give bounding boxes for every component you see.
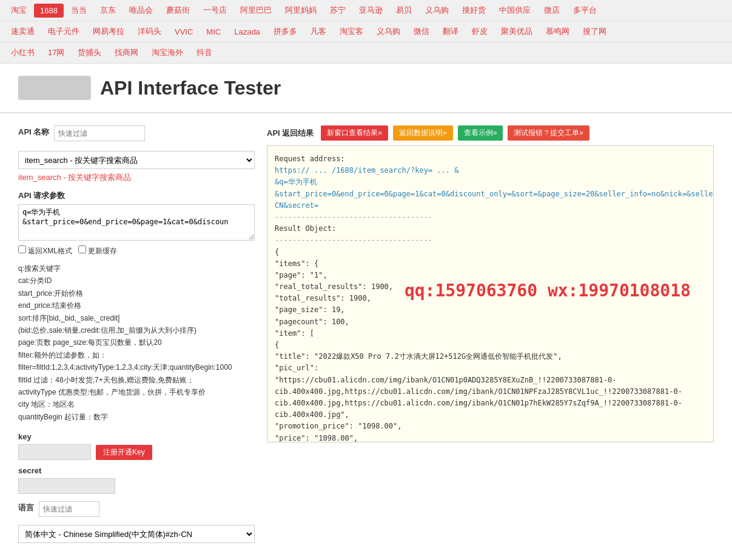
param-desc-line: filter:额外的过滤参数，如： (18, 349, 255, 361)
result-line: "pagecount": 100, (275, 316, 706, 328)
param-desc-line: (bid:总价,sale:销量,credit:信用,加_前缀为从大到小排序) (18, 324, 255, 336)
right-panel: API 返回结果 新窗口查看结果» 返回数据说明» 查看示例» 测试报错？提交工… (267, 125, 714, 543)
nav-item-阿里巴巴[interactable]: 阿里巴巴 (234, 2, 278, 18)
nav-item-搜好货[interactable]: 搜好货 (456, 2, 492, 18)
nav-row-3: 小红书17网货捕头找商网淘宝海外抖音 (0, 42, 732, 63)
nav-item-网易考拉[interactable]: 网易考拉 (87, 24, 130, 39)
footer: CSDN @wx_1597063760 (0, 555, 732, 560)
nav-item-苏宁[interactable]: 苏宁 (324, 2, 352, 18)
nav-item-阿里妈妈[interactable]: 阿里妈妈 (279, 2, 323, 18)
nav-item-VVIC[interactable]: VVIC (169, 25, 199, 39)
nav-item-拼多多[interactable]: 拼多多 (267, 24, 303, 39)
xml-checkbox-text: 返回XML格式 (28, 247, 72, 255)
nav-item-搜了网[interactable]: 搜了网 (577, 24, 613, 39)
secret-label: secret (18, 466, 255, 475)
key-label: key (18, 432, 255, 441)
result-line: "item": [ (275, 328, 706, 339)
param-desc-line: page:页数 page_size:每页宝贝数量，默认20 (18, 336, 255, 348)
nav-item-凡客[interactable]: 凡客 (304, 24, 332, 39)
xml-checkbox[interactable] (18, 245, 26, 253)
nav-item-一号店[interactable]: 一号店 (197, 2, 233, 18)
nav-row-2: 速卖通电子元件网易考拉洋码头VVICMICLazada拼多多凡客淘宝客义乌购微信… (0, 21, 732, 42)
refresh-checkbox[interactable] (78, 245, 86, 253)
nav-item-17网[interactable]: 17网 (42, 45, 70, 61)
nav-item-1688[interactable]: 1688 (34, 4, 64, 18)
nav-item-虾皮[interactable]: 虾皮 (466, 24, 494, 39)
result-line: "real_total_results": 1900, (275, 281, 706, 293)
nav-item-淘宝[interactable]: 淘宝 (5, 2, 33, 18)
nav-row-1: 淘宝1688当当京东唯品会蘑菇街一号店阿里巴巴阿里妈妈苏宁亚马逊易贝义乌购搜好货… (0, 0, 732, 21)
result-box[interactable]: qq:1597063760 wx:19970108018 Request add… (267, 145, 714, 442)
logo (18, 76, 91, 100)
key-input[interactable] (18, 444, 91, 460)
result-line: Result Object: (275, 223, 706, 235)
param-desc-line: cat:分类ID (18, 275, 255, 287)
api-link[interactable]: item_search - 按关键字搜索商品 (18, 172, 255, 183)
nav-item-速卖通[interactable]: 速卖通 (5, 24, 41, 39)
result-line: "page_size": 19, (275, 304, 706, 316)
result-line: ------------------------------------ (275, 212, 706, 223)
nav-item-货捕头[interactable]: 货捕头 (72, 45, 107, 61)
param-desc-line: activityType 优惠类型:包邮，产地货源，伙拼，手机专享价 (18, 386, 255, 398)
lang-filter[interactable] (39, 501, 99, 517)
lang-section: 语言 简体中文 - Chinese Simplified(中文简体)#zh-CN (18, 501, 255, 543)
result-line: "promotion_price": "1098.00", (275, 421, 706, 432)
result-header: API 返回结果 新窗口查看结果» 返回数据说明» 查看示例» 测试报错？提交工… (267, 125, 714, 141)
result-line: { (275, 339, 706, 351)
refresh-checkbox-text: 更新缓存 (88, 247, 117, 255)
result-line: "https://cbu01.alicdn.com/img/ibank/O1CN… (275, 375, 706, 421)
new-window-button[interactable]: 新窗口查看结果» (321, 125, 388, 141)
param-desc-line: end_price:结束价格 (18, 299, 255, 312)
nav-item-多平台[interactable]: 多平台 (567, 2, 603, 18)
nav-item-微店[interactable]: 微店 (538, 2, 566, 18)
params-textarea[interactable]: q=华为手机 &start_price=0&end_price=0&page=1… (18, 204, 255, 241)
header: API Interface Tester (0, 64, 732, 113)
api-name-filter[interactable] (54, 125, 145, 141)
nav-item-当当[interactable]: 当当 (65, 2, 93, 18)
lang-label: 语言 (18, 502, 34, 513)
nav-item-电子元件[interactable]: 电子元件 (42, 24, 86, 39)
nav-item-易贝[interactable]: 易贝 (390, 2, 418, 18)
param-desc-line: quantityBegin 起订量：数字 (18, 411, 255, 423)
nav-item-微信[interactable]: 微信 (408, 24, 435, 39)
result-line: https:// ... /1688/item_search/?key= ...… (275, 165, 706, 176)
api-select[interactable]: item_search - 按关键字搜索商品 (18, 151, 255, 169)
nav-item-京东[interactable]: 京东 (94, 2, 122, 18)
nav-item-唯品会[interactable]: 唯品会 (123, 2, 159, 18)
register-button[interactable]: 注册开通Key (96, 445, 152, 460)
nav-item-淘宝海外[interactable]: 淘宝海外 (146, 45, 189, 61)
result-line: "total_results": 1900, (275, 293, 706, 304)
nav-item-Lazada[interactable]: Lazada (228, 25, 266, 39)
nav-item-淘宝客[interactable]: 淘宝客 (334, 24, 369, 39)
nav-item-洋码头[interactable]: 洋码头 (132, 24, 167, 39)
nav-item-慕鸣网[interactable]: 慕鸣网 (540, 24, 576, 39)
nav-item-抖音[interactable]: 抖音 (190, 45, 218, 61)
nav-item-蘑菇街[interactable]: 蘑菇街 (160, 2, 196, 18)
nav-item-亚马逊[interactable]: 亚马逊 (353, 2, 389, 18)
nav-item-聚美优品[interactable]: 聚美优品 (495, 24, 539, 39)
nav-item-MIC[interactable]: MIC (200, 25, 227, 39)
lang-select[interactable]: 简体中文 - Chinese Simplified(中文简体)#zh-CN (18, 525, 255, 543)
checkbox-row: 返回XML格式 更新缓存 (18, 245, 255, 256)
xml-checkbox-label[interactable]: 返回XML格式 (18, 245, 72, 256)
result-line: Request address: (275, 153, 706, 165)
bug-report-button[interactable]: 测试报错？提交工单» (508, 125, 589, 141)
result-line: "pic_url": (275, 362, 706, 374)
nav-bar: 淘宝1688当当京东唯品会蘑菇街一号店阿里巴巴阿里妈妈苏宁亚马逊易贝义乌购搜好货… (0, 0, 732, 64)
refresh-checkbox-label[interactable]: 更新缓存 (78, 245, 117, 256)
params-label: API 请求参数 (18, 190, 255, 201)
nav-item-翻译[interactable]: 翻译 (437, 24, 465, 39)
secret-input[interactable] (18, 478, 115, 494)
result-line: "page": "1", (275, 270, 706, 281)
nav-item-义乌购[interactable]: 义乌购 (371, 24, 406, 39)
nav-item-小红书[interactable]: 小红书 (5, 45, 41, 61)
result-content: Request address:https:// ... /1688/item_… (275, 153, 706, 442)
nav-item-中国供应[interactable]: 中国供应 (493, 2, 537, 18)
return-desc-button[interactable]: 返回数据说明» (393, 125, 453, 141)
main-content: API 名称 item_search - 按关键字搜索商品 item_searc… (0, 113, 732, 555)
nav-item-找商网[interactable]: 找商网 (109, 45, 144, 61)
param-desc-line: q:搜索关键字 (18, 262, 255, 275)
result-line: &q=华为手机 (275, 176, 706, 188)
example-button[interactable]: 查看示例» (458, 125, 503, 141)
nav-item-义乌购[interactable]: 义乌购 (419, 2, 455, 18)
